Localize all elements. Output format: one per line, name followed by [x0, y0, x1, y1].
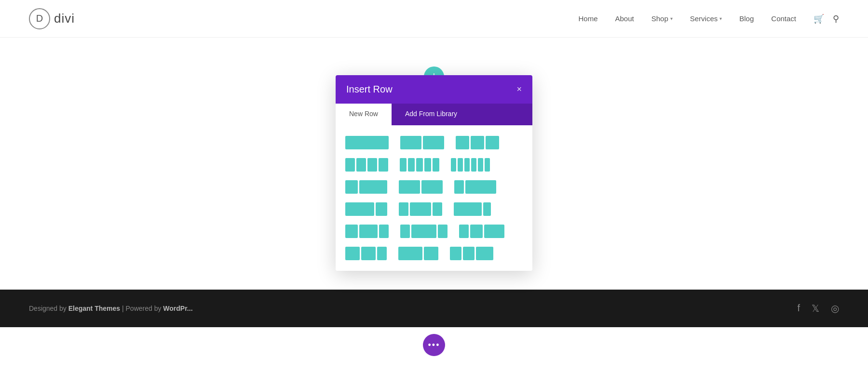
nav-item-shop[interactable]: Shop ▾	[651, 14, 673, 23]
block	[423, 136, 444, 149]
layout-row-4	[343, 200, 525, 218]
block	[345, 202, 374, 216]
footer-bar: Designed by Elegant Themes | Powered by …	[0, 290, 868, 327]
block	[377, 247, 387, 260]
block	[399, 202, 408, 216]
block	[345, 136, 389, 149]
block	[424, 247, 438, 260]
block	[345, 225, 358, 238]
block	[416, 158, 423, 172]
block	[483, 202, 491, 216]
layout-3col-var-b[interactable]	[398, 223, 449, 240]
block	[400, 136, 421, 149]
tab-new-row[interactable]: New Row	[336, 104, 392, 125]
block	[450, 247, 461, 260]
layout-large-small[interactable]	[343, 200, 389, 218]
block	[464, 158, 470, 172]
layout-row6-a[interactable]	[343, 245, 389, 262]
layout-3col-var-c[interactable]	[457, 223, 506, 240]
block	[398, 247, 422, 260]
layout-1col[interactable]	[343, 134, 391, 151]
layout-row-5	[343, 223, 525, 240]
dots-icon: •••	[428, 341, 440, 349]
block	[470, 225, 483, 238]
nav-item-about[interactable]: About	[615, 14, 634, 23]
logo-circle: D	[29, 8, 50, 29]
nav-item-contact[interactable]: Contact	[771, 14, 796, 23]
block	[484, 225, 504, 238]
block	[454, 180, 464, 194]
block	[359, 180, 387, 194]
layout-6col[interactable]	[449, 156, 492, 173]
insert-row-modal: Insert Row × New Row Add From Library	[336, 75, 532, 271]
modal-tabs: New Row Add From Library	[336, 104, 532, 125]
block	[438, 225, 448, 238]
block	[451, 158, 456, 172]
layout-row-2	[343, 156, 525, 173]
logo-letter: D	[36, 13, 43, 24]
block	[345, 158, 355, 172]
block	[376, 202, 387, 216]
search-icon[interactable]: ⚲	[833, 13, 839, 24]
layout-2-3-1-3[interactable]	[397, 178, 445, 196]
logo-text: divi	[54, 11, 75, 26]
block	[361, 247, 376, 260]
instagram-icon[interactable]: ◎	[831, 303, 839, 314]
tab-add-from-library[interactable]: Add From Library	[392, 104, 471, 125]
block	[478, 158, 483, 172]
layout-row-6	[343, 245, 525, 262]
layout-row6-b[interactable]	[396, 245, 440, 262]
layout-mixed-3b[interactable]	[452, 200, 493, 218]
block	[411, 225, 436, 238]
main-nav: Home About Shop ▾ Services ▾ Blog Contac…	[578, 13, 839, 24]
block	[410, 202, 431, 216]
layout-1-3-2-3[interactable]	[343, 178, 389, 196]
footer-social: f 𝕏 ◎	[797, 303, 839, 314]
block	[367, 158, 377, 172]
logo[interactable]: D divi	[29, 8, 75, 29]
block	[408, 158, 415, 172]
block	[424, 158, 431, 172]
block	[485, 158, 490, 172]
layout-3col-equal[interactable]	[454, 134, 501, 151]
twitter-icon[interactable]: 𝕏	[812, 303, 819, 314]
layout-mixed-3a[interactable]	[397, 200, 444, 218]
layout-grid	[343, 134, 525, 262]
block	[379, 158, 388, 172]
block	[433, 202, 442, 216]
nav-item-blog[interactable]: Blog	[739, 14, 754, 23]
nav-item-services[interactable]: Services ▾	[690, 14, 722, 23]
block	[345, 180, 358, 194]
layout-5col[interactable]	[398, 156, 441, 173]
layout-2col-equal[interactable]	[398, 134, 446, 151]
nav-item-home[interactable]: Home	[578, 14, 597, 23]
modal-close-button[interactable]: ×	[516, 84, 522, 94]
nav-icons: 🛒 ⚲	[814, 13, 839, 24]
layout-row-1	[343, 134, 525, 151]
block	[356, 158, 366, 172]
block	[471, 136, 484, 149]
block	[463, 247, 475, 260]
header: D divi Home About Shop ▾ Services ▾ Blog…	[0, 0, 868, 38]
layout-3-4-1-4[interactable]	[452, 178, 498, 196]
block	[359, 225, 378, 238]
bottom-dots-button[interactable]: •••	[423, 334, 445, 356]
block	[433, 158, 439, 172]
layout-4col[interactable]	[343, 156, 390, 173]
layout-3col-var-a[interactable]	[343, 223, 391, 240]
block	[471, 158, 476, 172]
shop-chevron-icon: ▾	[670, 16, 673, 21]
block	[421, 180, 443, 194]
block	[476, 247, 493, 260]
footer-powered: WordPr...	[163, 305, 192, 312]
services-chevron-icon: ▾	[719, 16, 722, 21]
block	[400, 225, 410, 238]
layout-row6-c[interactable]	[448, 245, 495, 262]
modal-header: Insert Row ×	[336, 75, 532, 104]
layout-row-3	[343, 178, 525, 196]
cart-icon[interactable]: 🛒	[814, 13, 824, 24]
footer-text: Designed by Elegant Themes | Powered by …	[29, 305, 193, 312]
block	[400, 158, 407, 172]
facebook-icon[interactable]: f	[797, 303, 800, 314]
block	[458, 158, 463, 172]
